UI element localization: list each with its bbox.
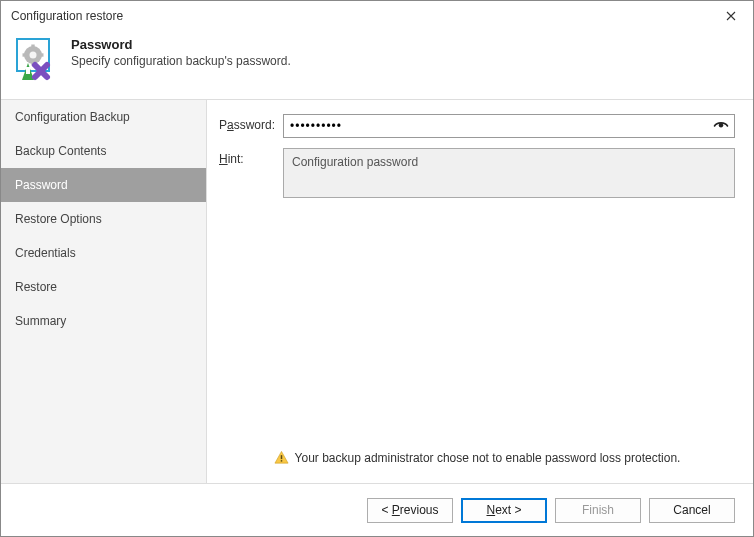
eye-icon (713, 118, 729, 134)
sidebar-item-restore[interactable]: Restore (1, 270, 206, 304)
svg-rect-9 (280, 455, 282, 459)
hint-label: Hint: (219, 148, 283, 170)
finish-button: Finish (555, 498, 641, 523)
footer: < Previous Next > Finish Cancel (1, 484, 753, 536)
svg-rect-6 (40, 53, 44, 56)
reveal-password-button[interactable] (711, 116, 731, 136)
hint-row: Hint: Configuration password (219, 148, 735, 198)
main-area: Configuration Backup Backup Contents Pas… (1, 99, 753, 484)
svg-rect-10 (280, 460, 282, 462)
next-button[interactable]: Next > (461, 498, 547, 523)
previous-button[interactable]: < Previous (367, 498, 453, 523)
window-title: Configuration restore (11, 9, 709, 23)
svg-point-8 (719, 123, 723, 127)
close-icon (726, 11, 736, 21)
dialog-window: Configuration restore Password Specify c… (0, 0, 754, 537)
hint-text: Configuration password (283, 148, 735, 198)
content-panel: Password: Hint: Configuration password (207, 100, 753, 483)
warning-row: Your backup administrator chose not to e… (219, 444, 735, 473)
sidebar-item-password[interactable]: Password (1, 168, 206, 202)
cancel-button[interactable]: Cancel (649, 498, 735, 523)
svg-rect-7 (26, 67, 30, 74)
restore-config-icon (13, 37, 61, 85)
sidebar-item-configuration-backup[interactable]: Configuration Backup (1, 100, 206, 134)
svg-rect-3 (31, 45, 34, 49)
password-label: Password: (219, 114, 283, 136)
warning-message: Your backup administrator chose not to e… (295, 451, 681, 465)
sidebar-item-credentials[interactable]: Credentials (1, 236, 206, 270)
sidebar-item-restore-options[interactable]: Restore Options (1, 202, 206, 236)
warning-icon (274, 450, 289, 465)
page-title: Password (71, 37, 291, 52)
svg-point-2 (30, 52, 37, 59)
password-row: Password: (219, 114, 735, 138)
sidebar-item-summary[interactable]: Summary (1, 304, 206, 338)
svg-rect-5 (23, 53, 27, 56)
sidebar-item-backup-contents[interactable]: Backup Contents (1, 134, 206, 168)
wizard-sidebar: Configuration Backup Backup Contents Pas… (1, 100, 207, 483)
page-subtitle: Specify configuration backup's password. (71, 54, 291, 68)
password-input-wrap (283, 114, 735, 138)
password-input[interactable] (283, 114, 735, 138)
header: Password Specify configuration backup's … (1, 31, 753, 99)
close-button[interactable] (709, 1, 753, 31)
header-text: Password Specify configuration backup's … (71, 37, 291, 68)
titlebar: Configuration restore (1, 1, 753, 31)
